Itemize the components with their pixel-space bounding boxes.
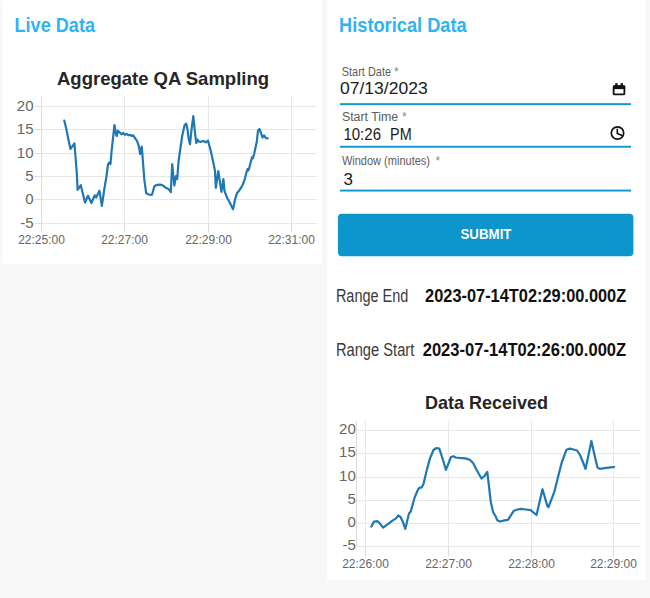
- svg-text:Aggregate QA Sampling: Aggregate QA Sampling: [57, 68, 269, 89]
- svg-text:22:31:00: 22:31:00: [268, 233, 315, 247]
- svg-text:*: *: [436, 154, 441, 168]
- svg-text:07/13/2023: 07/13/2023: [340, 79, 428, 98]
- svg-text:Start Date: Start Date: [342, 65, 391, 79]
- svg-text:Start Time: Start Time: [342, 110, 399, 124]
- svg-text:15: 15: [339, 443, 356, 460]
- svg-text:*: *: [394, 65, 399, 79]
- svg-text:Live Data: Live Data: [15, 13, 96, 36]
- svg-text:22:28:00: 22:28:00: [508, 557, 555, 571]
- svg-text:22:27:00: 22:27:00: [101, 233, 148, 247]
- svg-text:Range Start: Range Start: [336, 340, 415, 360]
- svg-text:Range End: Range End: [336, 286, 409, 306]
- svg-text:Window (minutes): Window (minutes): [342, 154, 430, 168]
- svg-text:SUBMIT: SUBMIT: [461, 225, 512, 242]
- svg-text:5: 5: [25, 167, 33, 184]
- svg-text:10:26: 10:26: [343, 125, 381, 144]
- svg-text:15: 15: [17, 120, 34, 137]
- svg-text:Historical Data: Historical Data: [339, 13, 467, 36]
- svg-text:PM: PM: [390, 125, 412, 144]
- svg-text:10: 10: [339, 467, 356, 484]
- svg-text:-5: -5: [342, 536, 355, 553]
- svg-text:22:29:00: 22:29:00: [185, 233, 232, 247]
- svg-text:22:25:00: 22:25:00: [18, 233, 65, 247]
- svg-text:22:29:00: 22:29:00: [590, 557, 637, 571]
- svg-text:Data Received: Data Received: [425, 392, 548, 413]
- svg-text:0: 0: [25, 190, 33, 207]
- svg-text:20: 20: [17, 97, 34, 114]
- svg-text:22:26:00: 22:26:00: [342, 557, 389, 571]
- svg-text:5: 5: [347, 490, 355, 507]
- svg-text:-5: -5: [20, 214, 33, 231]
- svg-text:20: 20: [339, 420, 356, 437]
- svg-text:*: *: [402, 110, 407, 124]
- svg-text:3: 3: [343, 170, 352, 189]
- svg-text:22:27:00: 22:27:00: [425, 557, 472, 571]
- svg-text:0: 0: [347, 513, 355, 530]
- svg-text:10: 10: [17, 144, 34, 161]
- svg-text:2023-07-14T02:29:00.000Z: 2023-07-14T02:29:00.000Z: [425, 286, 626, 306]
- svg-text:2023-07-14T02:26:00.000Z: 2023-07-14T02:26:00.000Z: [423, 340, 627, 360]
